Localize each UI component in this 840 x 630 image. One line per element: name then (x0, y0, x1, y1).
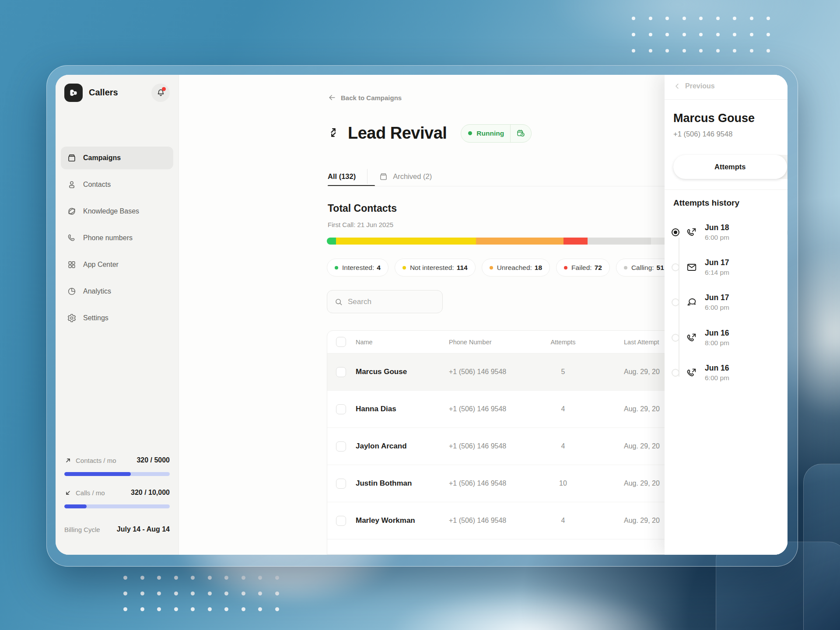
billing-cycle-value: July 14 - Aug 14 (117, 525, 170, 533)
calls-usage-label: Calls / mo (76, 489, 105, 497)
table-row[interactable]: Jaylon Arcand+1 (506) 146 95484Aug. 29, … (327, 428, 675, 465)
attempt-date: Jun 16 (705, 364, 729, 373)
billing-cycle-row: Billing Cycle July 14 - Aug 14 (64, 525, 170, 533)
attempt-radio[interactable] (672, 334, 679, 342)
cell-phone: +1 (506) 146 9548 (449, 517, 541, 525)
sidebar-item-app-center[interactable]: App Center (61, 253, 173, 276)
chip-unreached[interactable]: Unreached:18 (482, 259, 550, 276)
contacts-usage-bar (64, 472, 170, 476)
cell-name: Hanna Dias (356, 405, 449, 413)
knowledge-bases-icon (67, 206, 77, 216)
phone-outgoing-icon (686, 332, 697, 343)
notifications-button[interactable] (151, 84, 170, 102)
sidebar-item-contacts[interactable]: Contacts (61, 173, 173, 196)
attempt-radio[interactable] (672, 369, 679, 377)
cell-last-attempt: Aug. 29, 20 (624, 480, 660, 487)
main-content: Back to Campaigns Lead Revival Running A… (179, 75, 788, 555)
tab-attempts[interactable]: Attempts (673, 155, 787, 179)
cell-last-attempt: Aug. 29, 20 (624, 517, 660, 525)
chip-calling[interactable]: Calling:51 (616, 259, 672, 276)
attempt-entry[interactable]: Jun 166:00 pmNo Answer (672, 359, 788, 387)
cell-name: Marcus Gouse (356, 368, 449, 376)
search-input[interactable] (348, 298, 431, 306)
table-row[interactable]: Marcus Gouse+1 (506) 146 95485Aug. 29, 2… (327, 354, 675, 391)
recording-pill[interactable]: 0:32 (787, 222, 788, 243)
row-checkbox[interactable] (336, 441, 346, 452)
cell-name: Jaylon Arcand (356, 442, 449, 451)
cell-attempts: 4 (541, 405, 585, 413)
row-checkbox[interactable] (336, 367, 346, 377)
row-checkbox[interactable] (336, 516, 346, 526)
cell-phone: +1 (506) 146 9548 (449, 405, 541, 413)
first-call-subtitle: First Call: 21 Jun 2025 (328, 221, 393, 228)
brand-name: Callers (89, 88, 118, 98)
calls-usage-value: 320 / 10,000 (131, 489, 170, 497)
app-window: Callers CampaignsContactsKnowledge Bases… (56, 75, 788, 555)
tab-contact-info[interactable]: Contact info (787, 155, 788, 179)
attempt-date: Jun 18 (705, 223, 729, 232)
attempt-entry[interactable]: Jun 186:00 pm0:32Not Interested (672, 218, 788, 246)
campaign-status-badge[interactable]: Running (461, 124, 532, 143)
sidebar-item-phone-numbers[interactable]: Phone numbers (61, 227, 173, 249)
attempt-entry[interactable]: Jun 168:00 pm0:08Voicemail Left (672, 324, 788, 352)
sidebar-item-analytics[interactable]: Analytics (61, 280, 173, 303)
distribution-segment (564, 238, 588, 245)
attempt-radio[interactable] (672, 298, 679, 306)
cell-phone: +1 (506) 146 9548 (449, 480, 541, 487)
attempt-date: Jun 17 (705, 258, 729, 267)
attempt-radio[interactable] (672, 228, 679, 236)
row-checkbox[interactable] (336, 479, 346, 489)
table-row[interactable]: Justin Bothman+1 (506) 146 954810Aug. 29… (327, 465, 675, 502)
calls-usage-bar (64, 504, 170, 508)
previous-contact-button[interactable]: Previous (673, 82, 715, 90)
attempt-time: 8:00 pm (705, 339, 729, 347)
campaigns-icon (67, 153, 77, 163)
distribution-segment (588, 238, 651, 245)
sidebar-item-campaigns[interactable]: Campaigns (61, 147, 173, 169)
tabs-divider (328, 186, 676, 186)
cell-attempts: 4 (541, 517, 585, 525)
running-dot (468, 131, 472, 135)
tab-archived[interactable]: Archived (2) (379, 172, 432, 181)
campaign-type-icon (327, 126, 340, 141)
settings-icon (67, 313, 77, 323)
status-dot (624, 266, 627, 270)
status-chips: Interested:4Not interested:114Unreached:… (327, 259, 672, 276)
column-header-name[interactable]: Name (356, 339, 449, 346)
attempt-date: Jun 17 (705, 293, 729, 302)
table-row[interactable]: Marley Workman+1 (506) 146 95484Aug. 29,… (327, 502, 675, 539)
chip-interested[interactable]: Interested:4 (327, 259, 388, 276)
distribution-segment (476, 238, 564, 245)
column-header-phone[interactable]: Phone Number (449, 339, 541, 346)
status-dot (335, 266, 338, 270)
attempt-entry[interactable]: Jun 176:14 pmEmail Sent (672, 253, 788, 281)
schedule-icon[interactable] (511, 129, 531, 138)
chevron-left-icon (673, 82, 681, 90)
attempt-entry[interactable]: Jun 176:00 pm2Interested (672, 288, 788, 316)
tab-all[interactable]: All (132) (328, 172, 356, 181)
cell-last-attempt: Aug. 29, 20 (624, 405, 660, 413)
table-header-row: Name Phone Number Attempts Last Attempt (327, 331, 675, 354)
sidebar-item-knowledge-bases[interactable]: Knowledge Bases (61, 200, 173, 223)
sidebar-item-settings[interactable]: Settings (61, 307, 173, 329)
search-box[interactable] (327, 290, 443, 313)
attempt-radio[interactable] (672, 263, 679, 271)
cell-attempts: 5 (541, 368, 585, 376)
chip-not-interested[interactable]: Not interested:114 (395, 259, 476, 276)
column-header-last-attempt[interactable]: Last Attempt (624, 339, 659, 346)
attempt-time: 6:00 pm (705, 374, 729, 382)
row-checkbox[interactable] (336, 404, 346, 414)
panel-divider (665, 189, 788, 190)
contact-phone: +1 (506) 146 9548 (673, 130, 732, 138)
attempt-time: 6:00 pm (705, 304, 729, 312)
table-row[interactable]: Hanna Dias+1 (506) 146 95484Aug. 29, 20 (327, 391, 675, 428)
app-center-icon (67, 260, 77, 270)
chip-failed[interactable]: Failed:72 (556, 259, 610, 276)
column-header-attempts[interactable]: Attempts (541, 339, 585, 346)
cell-name: Justin Bothman (356, 479, 449, 488)
arrow-down-left-icon (64, 489, 72, 497)
phone-outgoing-icon (686, 367, 697, 378)
status-dot (564, 266, 567, 270)
back-to-campaigns-link[interactable]: Back to Campaigns (328, 93, 402, 102)
select-all-checkbox[interactable] (336, 337, 346, 347)
